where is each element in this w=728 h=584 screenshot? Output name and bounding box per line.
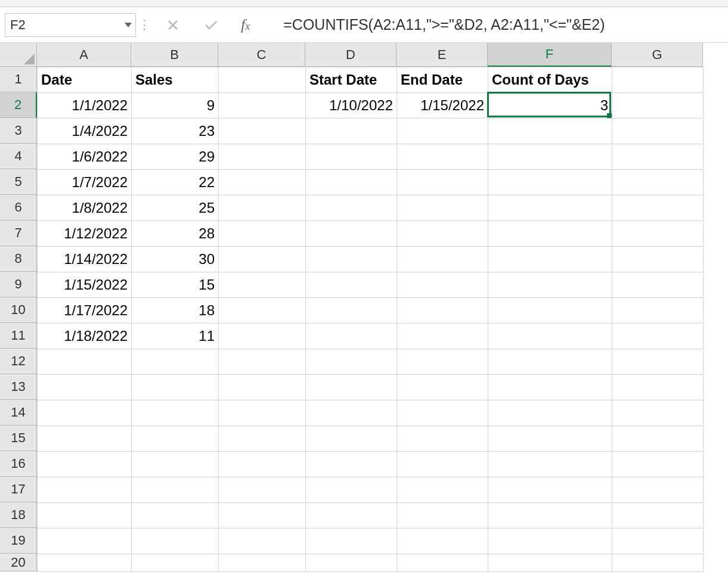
name-box[interactable]: F2 [5,13,136,37]
row-header-6[interactable]: 6 [0,195,37,220]
cell-B13[interactable] [132,375,219,400]
cell-C17[interactable] [219,477,306,503]
row-header-2[interactable]: 2 [0,92,37,118]
cell-A13[interactable] [38,375,132,400]
cell-A2[interactable]: 1/1/2022 [38,93,132,119]
row-header-5[interactable]: 5 [0,169,37,195]
row-header-11[interactable]: 11 [0,323,37,349]
cell-D4[interactable] [306,144,397,170]
cell-C20[interactable] [219,554,306,572]
cell-E8[interactable] [397,247,488,272]
cell-G2[interactable] [612,93,704,119]
cell-D8[interactable] [306,247,397,272]
cell-D2[interactable]: 1/10/2022 [306,93,397,119]
cell-B6[interactable]: 25 [132,195,219,221]
cell-A1[interactable]: Date [38,67,132,93]
cell-A8[interactable]: 1/14/2022 [38,247,132,272]
row-header-20[interactable]: 20 [0,554,37,571]
cell-A19[interactable] [38,529,132,554]
cell-C10[interactable] [219,298,306,324]
row-header-3[interactable]: 3 [0,118,37,144]
fx-icon[interactable]: fx [241,16,250,34]
cell-B1[interactable]: Sales [132,67,219,93]
cell-C13[interactable] [219,375,306,400]
cell-C3[interactable] [219,119,306,144]
cell-D5[interactable] [306,170,397,195]
cell-A10[interactable]: 1/17/2022 [38,298,132,324]
cell-G8[interactable] [612,247,704,272]
cell-A20[interactable] [38,554,132,572]
cell-F5[interactable] [488,170,612,195]
column-header-E[interactable]: E [396,43,488,67]
cell-C19[interactable] [219,529,306,554]
cell-G16[interactable] [612,452,704,477]
cell-F3[interactable] [488,119,612,144]
cell-A17[interactable] [38,477,132,503]
cell-C12[interactable] [219,349,306,375]
cell-B12[interactable] [132,349,219,375]
select-all-corner[interactable] [0,43,37,67]
row-header-9[interactable]: 9 [0,272,37,297]
cell-E4[interactable] [397,144,488,170]
column-header-B[interactable]: B [131,43,218,67]
cell-F2[interactable]: 3 [488,93,612,119]
cell-A14[interactable] [38,400,132,426]
cell-B4[interactable]: 29 [132,144,219,170]
cell-D12[interactable] [306,349,397,375]
cell-D10[interactable] [306,298,397,324]
cell-F1[interactable]: Count of Days [488,67,612,93]
cell-G17[interactable] [612,477,704,503]
cell-G7[interactable] [612,221,704,247]
cell-B17[interactable] [132,477,219,503]
cell-G12[interactable] [612,349,704,375]
column-header-D[interactable]: D [305,43,396,67]
cell-C8[interactable] [219,247,306,272]
cell-G14[interactable] [612,400,704,426]
cell-B2[interactable]: 9 [132,93,219,119]
formula-input[interactable] [280,16,728,33]
cell-B11[interactable]: 11 [132,324,219,349]
cell-B20[interactable] [132,554,219,572]
cell-D6[interactable] [306,195,397,221]
cell-F8[interactable] [488,247,612,272]
cell-B19[interactable] [132,529,219,554]
cell-G10[interactable] [612,298,704,324]
cell-C4[interactable] [219,144,306,170]
cell-A15[interactable] [38,426,132,452]
cell-E17[interactable] [397,477,488,503]
cell-B8[interactable]: 30 [132,247,219,272]
cell-E13[interactable] [397,375,488,400]
cell-D11[interactable] [306,324,397,349]
row-header-19[interactable]: 19 [0,528,37,554]
row-header-15[interactable]: 15 [0,425,37,451]
row-header-18[interactable]: 18 [0,502,37,528]
row-header-7[interactable]: 7 [0,220,37,246]
cell-E20[interactable] [397,554,488,572]
cell-A12[interactable] [38,349,132,375]
cell-C7[interactable] [219,221,306,247]
cell-G19[interactable] [612,529,704,554]
row-header-16[interactable]: 16 [0,451,37,477]
cell-G15[interactable] [612,426,704,452]
cell-E9[interactable] [397,272,488,298]
cell-E7[interactable] [397,221,488,247]
row-header-4[interactable]: 4 [0,144,37,169]
row-header-8[interactable]: 8 [0,246,37,272]
cell-D20[interactable] [306,554,397,572]
cell-A9[interactable]: 1/15/2022 [38,272,132,298]
row-header-17[interactable]: 17 [0,477,37,502]
cell-A4[interactable]: 1/6/2022 [38,144,132,170]
cell-D18[interactable] [306,503,397,529]
cell-E15[interactable] [397,426,488,452]
cell-C6[interactable] [219,195,306,221]
row-header-12[interactable]: 12 [0,349,37,374]
cell-B16[interactable] [132,452,219,477]
cell-E18[interactable] [397,503,488,529]
cell-E10[interactable] [397,298,488,324]
cell-D3[interactable] [306,119,397,144]
cell-G6[interactable] [612,195,704,221]
cell-A3[interactable]: 1/4/2022 [38,119,132,144]
cell-C9[interactable] [219,272,306,298]
cell-G4[interactable] [612,144,704,170]
cell-F15[interactable] [488,426,612,452]
